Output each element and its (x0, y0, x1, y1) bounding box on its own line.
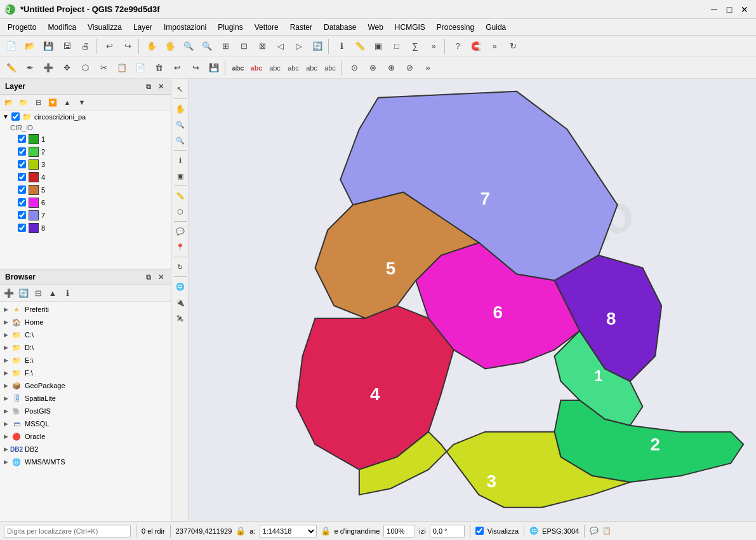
browser-panel-float[interactable]: ⧉ (143, 272, 154, 282)
menu-plugins[interactable]: Plugins (213, 22, 248, 33)
zoom-input[interactable] (383, 525, 415, 537)
browser-panel-close[interactable]: ✕ (156, 272, 166, 282)
redo-button[interactable]: ↪ (119, 38, 136, 55)
layer-panel-float[interactable]: ⧉ (143, 81, 154, 91)
layer-7-checkbox[interactable] (18, 211, 26, 219)
label-btn5[interactable]: abc (303, 60, 321, 76)
menu-progetto[interactable]: Progetto (3, 22, 41, 33)
select-tool[interactable]: ▣ (173, 168, 188, 184)
browser-item-oracle[interactable]: ▶ 🔴 Oracle (0, 430, 171, 443)
browser-item-f[interactable]: ▶ 📁 F:\ (0, 367, 171, 379)
menu-guida[interactable]: Guida (481, 22, 511, 33)
save-edits-button[interactable]: 💾 (205, 60, 223, 76)
menu-raster[interactable]: Raster (285, 22, 317, 33)
zoom-selection-button[interactable]: ⊡ (235, 38, 253, 55)
measure-button[interactable]: 📏 (351, 38, 369, 55)
select-button[interactable]: ▣ (369, 38, 387, 55)
open-layer-btn[interactable]: 📂 (2, 95, 16, 109)
browser-info-btn[interactable]: ℹ (60, 287, 74, 300)
browser-item-db2[interactable]: ▶ DB2 DB2 (0, 443, 171, 456)
annotation-tool[interactable]: 💬 (173, 224, 188, 239)
rotation-input[interactable] (430, 525, 465, 537)
add-group-btn[interactable]: 📁 (17, 95, 30, 109)
redo2-button[interactable]: ↪ (187, 60, 204, 76)
zoom-out-button[interactable]: 🔍 (198, 38, 216, 55)
zoom-full-button[interactable]: ⊞ (216, 38, 234, 55)
scale-select[interactable]: 1:144318 1:100000 1:50000 1:25000 (260, 525, 317, 537)
search-input[interactable] (4, 525, 131, 537)
move-button[interactable]: ✥ (58, 60, 76, 76)
layer-panel-close[interactable]: ✕ (156, 81, 166, 91)
pan-tool[interactable]: ✋ (173, 101, 188, 116)
more3-button[interactable]: » (419, 60, 437, 76)
globe-tool[interactable]: 🌐 (173, 279, 188, 294)
pointer-tool[interactable]: ↖ (173, 81, 188, 97)
browser-item-postgis[interactable]: ▶ 🐘 PostGIS (0, 405, 171, 417)
diagram-btn3[interactable]: ⊕ (382, 60, 400, 76)
browser-add-btn[interactable]: ➕ (2, 287, 16, 300)
layer-4-checkbox[interactable] (18, 173, 26, 181)
open-project-button[interactable]: 📂 (21, 38, 39, 55)
layer-row-main[interactable]: ▼ 📁 circoscrizioni_pa (0, 111, 171, 123)
pin-tool[interactable]: 📍 (173, 240, 188, 255)
measure-area-tool[interactable]: ⬡ (173, 204, 188, 219)
zoom-in-tool[interactable]: 🔍 (173, 117, 188, 132)
move-down-btn[interactable]: ▼ (75, 95, 89, 109)
save-project-button[interactable]: 💾 (39, 38, 57, 55)
undo-button[interactable]: ↩ (100, 38, 118, 55)
layer-2-checkbox[interactable] (18, 147, 26, 156)
label-btn6[interactable]: abc (321, 60, 339, 76)
menu-modifica[interactable]: Modifica (43, 22, 81, 33)
log-icon[interactable]: 📋 (602, 527, 611, 535)
layer-5-checkbox[interactable] (18, 186, 26, 194)
network-tool[interactable]: 🔌 (173, 295, 188, 310)
layer-item-3[interactable]: 3 (0, 158, 171, 171)
help-button[interactable]: ? (449, 38, 467, 55)
rotation-tool[interactable]: ↻ (173, 259, 188, 274)
pan-button[interactable]: ✋ (143, 38, 161, 55)
add-feature-button[interactable]: ➕ (39, 60, 57, 76)
layer-item-5[interactable]: 5 (0, 184, 171, 196)
layer-1-checkbox[interactable] (18, 135, 26, 143)
messages-icon[interactable]: 💬 (590, 527, 599, 535)
measure-tool[interactable]: 📏 (173, 188, 188, 203)
layer-item-1[interactable]: 1 (0, 133, 171, 145)
digitize-button[interactable]: ✒ (21, 60, 39, 76)
delete-button[interactable]: 🗑 (150, 60, 168, 76)
layer-6-checkbox[interactable] (18, 198, 26, 206)
layer-8-checkbox[interactable] (18, 224, 26, 232)
minimize-button[interactable]: ─ (708, 3, 720, 16)
browser-item-wms[interactable]: ▶ 🌐 WMS/WMTS (0, 456, 171, 468)
identify-button[interactable]: ℹ (333, 38, 350, 55)
browser-item-c[interactable]: ▶ 📁 C:\ (0, 328, 171, 341)
zoom-layer-button[interactable]: ⊠ (253, 38, 271, 55)
node-button[interactable]: ⬡ (76, 60, 94, 76)
browser-refresh-btn[interactable]: 🔄 (17, 287, 30, 300)
rotate-button[interactable]: ↻ (504, 38, 522, 55)
identify-tool[interactable]: ℹ (173, 152, 188, 168)
layer-item-7[interactable]: 7 (0, 209, 171, 222)
layer-item-6[interactable]: 6 (0, 196, 171, 209)
zoom-last-button[interactable]: ◁ (272, 38, 289, 55)
print-button[interactable]: 🖨 (76, 38, 94, 55)
new-project-button[interactable]: 📄 (3, 38, 20, 55)
edit-mode-button[interactable]: ✏️ (3, 60, 20, 76)
snap-button[interactable]: 🧲 (467, 38, 485, 55)
map-area[interactable]: ↖ ✋ 🔍 🔍 ℹ ▣ 📏 ⬡ 💬 📍 ↻ 🌐 🔌 🛰 (171, 79, 756, 521)
save-as-button[interactable]: 🖫 (58, 38, 76, 55)
close-button[interactable]: ✕ (738, 3, 751, 16)
browser-item-mssql[interactable]: ▶ 🗃 MSSQL (0, 417, 171, 430)
label-btn2[interactable]: abc (248, 60, 265, 76)
menu-web[interactable]: Web (362, 22, 388, 33)
cut-button[interactable]: ✂ (95, 60, 112, 76)
render-checkbox[interactable] (475, 527, 484, 535)
menu-layer[interactable]: Layer (128, 22, 157, 33)
browser-collapse-btn[interactable]: ▲ (46, 287, 60, 300)
layer-visibility-checkbox[interactable] (11, 112, 20, 121)
copy-button[interactable]: 📋 (113, 60, 131, 76)
move-up-btn[interactable]: ▲ (60, 95, 74, 109)
menu-vettore[interactable]: Vettore (249, 22, 284, 33)
menu-hcmgis[interactable]: HCMGIS (390, 22, 430, 33)
menu-impostazioni[interactable]: Impostazioni (159, 22, 211, 33)
pan-map-button[interactable]: 🖐 (161, 38, 179, 55)
